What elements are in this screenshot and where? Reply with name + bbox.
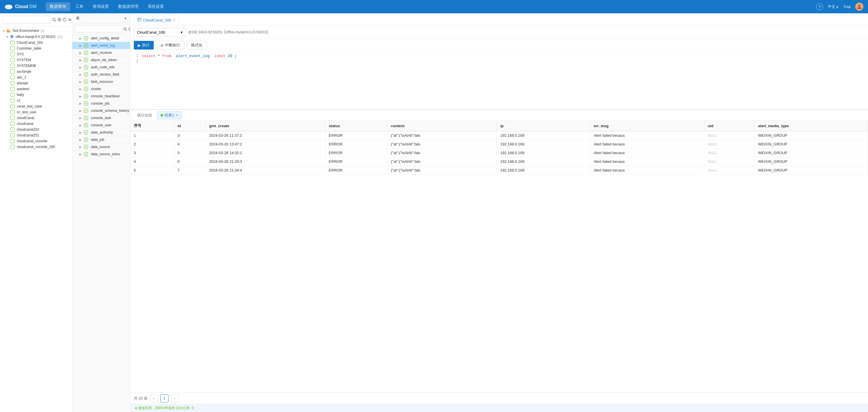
- sidebar-table-item[interactable]: c2: [0, 98, 72, 104]
- col-header-alert_media_type: alert_media_type: [754, 121, 868, 131]
- stop-button[interactable]: ⊙ 中断执行: [156, 41, 184, 50]
- table-panel-item[interactable]: ▶ console_task: [72, 114, 130, 122]
- cell-content: {"at":{"isAtAll":fals: [388, 157, 497, 166]
- table-icon: [10, 98, 14, 102]
- table-icon: [10, 139, 14, 143]
- help-button[interactable]: ?: [816, 3, 823, 10]
- sidebar-table-item[interactable]: SYSTEMDB: [0, 63, 72, 69]
- results-area: 执行信息 结果1 ✕ 序号idgmt_createstatuscontentip…: [130, 110, 868, 404]
- next-page-button[interactable]: ›: [171, 394, 179, 403]
- nav-data-query[interactable]: 数据查询: [46, 2, 70, 11]
- tab-icon: [137, 18, 141, 22]
- sidebar-table-label: SYSTEM: [17, 58, 31, 62]
- current-page-number[interactable]: 1: [160, 394, 168, 403]
- table-panel-item[interactable]: ▶ alert_receiver: [72, 49, 130, 57]
- cell-uid: NULL: [704, 140, 754, 149]
- sidebar-table-item[interactable]: cloudcanal152: [0, 127, 72, 133]
- nav-datasource-mgmt[interactable]: 数据源管理: [114, 2, 143, 11]
- table-panel-dropdown[interactable]: ▾: [124, 16, 126, 21]
- cell-gmt_create: 2024-03-26 11:37:2: [206, 131, 325, 140]
- sidebar-table-item[interactable]: cloudcanal: [0, 121, 72, 127]
- table-panel-label: console_user: [91, 123, 112, 127]
- sidebar-table-item[interactable]: canal_test_case: [0, 104, 72, 109]
- table-panel-item[interactable]: ▶ auth_version_field: [72, 71, 130, 78]
- sidebar-locate-icon[interactable]: [57, 16, 61, 24]
- keyword-limit: limit: [214, 54, 225, 58]
- run-label: 执行: [142, 42, 150, 48]
- tree-env-node[interactable]: ▼ Test Environment [1]: [0, 28, 72, 34]
- sidebar-tree: ▼ Test Environment [1] ▼ office-mysql-8.…: [0, 26, 72, 412]
- sidebar-table-item[interactable]: cloudcanal_console: [0, 138, 72, 144]
- run-icon: ▶: [138, 43, 141, 48]
- cell-alert_media_type: WEIXIN_GROUP: [754, 131, 868, 140]
- sidebar-table-item[interactable]: cc_test_user: [0, 109, 72, 115]
- table-panel-item[interactable]: ▶ aliyun_sts_token: [72, 57, 130, 64]
- cell-uid: NULL: [704, 149, 754, 157]
- format-button[interactable]: 格式化: [187, 41, 207, 50]
- sidebar-table-item[interactable]: Customer_table: [0, 46, 72, 51]
- tree-db-node[interactable]: ▼ office-mysql-8.0.22-50201 [71]: [0, 34, 72, 40]
- sidebar-menu-icon[interactable]: [68, 16, 72, 24]
- table-panel-item[interactable]: ▶ data_job: [72, 136, 130, 143]
- result-close-icon[interactable]: ✕: [176, 113, 178, 117]
- sidebar-search-bar: [0, 13, 72, 26]
- table-panel-item[interactable]: ▶ console_schema_history: [72, 107, 130, 114]
- sidebar-table-item[interactable]: abc_1: [0, 75, 72, 80]
- sidebar-table-item[interactable]: cloudcanal_console_185: [0, 144, 72, 150]
- sidebar-table-item[interactable]: baily: [0, 92, 72, 98]
- result-tab-result1[interactable]: 结果1 ✕: [157, 111, 182, 119]
- sidebar-table-label: c2: [17, 98, 21, 102]
- table-caret-icon: ▶: [79, 145, 82, 149]
- table-panel-item[interactable]: ▶ data_source: [72, 143, 130, 151]
- table-panel-item[interactable]: ▶ alert_event_log: [72, 42, 130, 49]
- table-search-input[interactable]: [75, 25, 122, 33]
- table-panel-item[interactable]: ▶ console_heartbeat: [72, 93, 130, 100]
- tab-close-icon[interactable]: ✕: [173, 18, 176, 22]
- table-caret-icon: ▶: [79, 116, 82, 120]
- nav-query-settings[interactable]: 查询设置: [89, 2, 113, 11]
- table-panel-label: data_job: [91, 138, 104, 142]
- run-button[interactable]: ▶ 执行: [134, 41, 154, 50]
- pagination-total: 共 20 条: [134, 396, 148, 401]
- sidebar-search-input[interactable]: [2, 16, 51, 24]
- sidebar-table-item[interactable]: aa-fanqie: [0, 69, 72, 75]
- table-panel-item[interactable]: ▶ alert_config_detail: [72, 35, 130, 42]
- code-editor[interactable]: 1 select * from `alert_event_log` limit …: [130, 52, 868, 110]
- sidebar-table-item[interactable]: SYS: [0, 51, 72, 57]
- query-tab-cloudcanal169[interactable]: CloudCanal_169 ✕: [134, 15, 179, 25]
- result-tab-exec-info[interactable]: 执行信息: [134, 111, 156, 119]
- sidebar-table-item[interactable]: CloudCanal_169: [0, 40, 72, 46]
- main-content: CloudCanal_169 ✕ CloudCanal_169 ▾ @192.1…: [130, 13, 868, 412]
- sidebar-table-item[interactable]: cloudcanal251: [0, 133, 72, 138]
- stop-icon: ⊙: [160, 43, 163, 48]
- table-panel-item[interactable]: ▶ console_user: [72, 122, 130, 129]
- table-panel-item[interactable]: ▶ data_source_extra: [72, 151, 130, 158]
- sidebar-table-item[interactable]: SYSTEM: [0, 57, 72, 63]
- left-sidebar: ▼ Test Environment [1] ▼ office-mysql-8.…: [0, 13, 72, 412]
- sidebar-table-item[interactable]: cloudCanal: [0, 115, 72, 121]
- table-panel-item[interactable]: ▶ console_job: [72, 100, 130, 107]
- sidebar-refresh-icon[interactable]: [63, 16, 67, 24]
- table-search-icon[interactable]: [123, 25, 127, 33]
- cell-alert_media_type: WEIXIN_GROUP: [754, 149, 868, 157]
- table-panel-item[interactable]: ▶ cluster: [72, 86, 130, 93]
- db-selector-dropdown[interactable]: CloudCanal_169 ▾: [134, 28, 186, 36]
- db-caret-icon: ▼: [6, 35, 9, 38]
- table-caret-icon: ▶: [79, 88, 82, 91]
- nav-work-order[interactable]: 工单: [71, 2, 87, 11]
- prev-page-button[interactable]: ‹: [150, 394, 158, 403]
- col-header-gmt_create: gmt_create: [206, 121, 325, 131]
- language-selector[interactable]: 中文 ∨: [828, 4, 839, 9]
- user-avatar[interactable]: [855, 3, 863, 11]
- table-panel-label: alert_receiver: [91, 51, 112, 55]
- sidebar-search-icon[interactable]: [52, 16, 56, 24]
- cell-id: 7: [174, 166, 206, 175]
- nav-system-settings[interactable]: 系统设置: [144, 2, 168, 11]
- sidebar-table-label: abc_1: [17, 75, 26, 79]
- sidebar-table-item[interactable]: autotest: [0, 86, 72, 92]
- table-panel-item[interactable]: ▶ blob_resource: [72, 78, 130, 86]
- sidebar-table-item[interactable]: afanqie: [0, 80, 72, 86]
- table-panel-item[interactable]: ▶ auth_code_info: [72, 64, 130, 71]
- table-icon: [84, 101, 88, 106]
- table-panel-item[interactable]: ▶ data_authority: [72, 129, 130, 136]
